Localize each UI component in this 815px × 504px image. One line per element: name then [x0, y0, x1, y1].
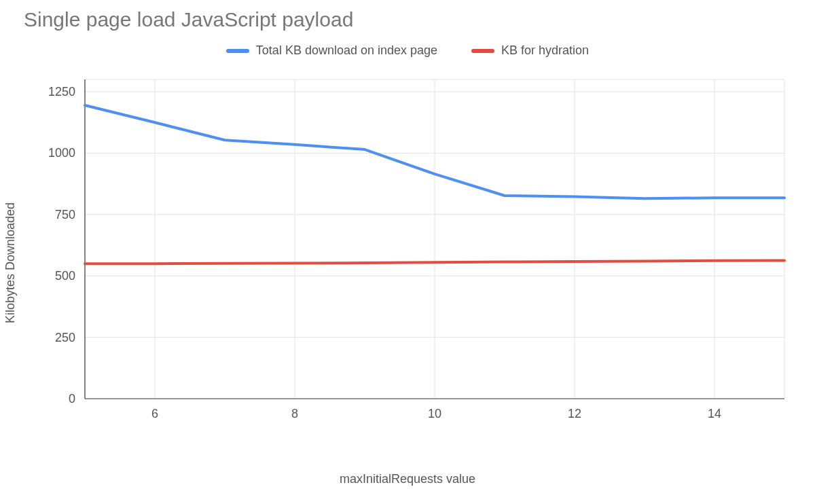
legend-swatch-1 [471, 49, 494, 53]
svg-text:1000: 1000 [48, 146, 75, 160]
legend-label: KB for hydration [501, 43, 589, 58]
y-axis-title: Kilobytes Downloaded [3, 202, 18, 323]
chart-svg: 02505007501000125068101214 [24, 73, 791, 426]
svg-text:12: 12 [568, 407, 581, 420]
svg-text:0: 0 [69, 392, 75, 406]
svg-text:14: 14 [708, 407, 721, 420]
svg-text:250: 250 [55, 331, 75, 344]
legend-label: Total KB download on index page [256, 43, 437, 58]
chart-title: Single page load JavaScript payload [24, 8, 791, 31]
legend: Total KB download on index page KB for h… [24, 43, 791, 58]
svg-text:8: 8 [291, 407, 298, 420]
svg-text:750: 750 [55, 208, 75, 221]
svg-text:500: 500 [55, 269, 75, 283]
legend-swatch-0 [226, 49, 249, 53]
svg-text:10: 10 [428, 407, 441, 420]
legend-item: KB for hydration [471, 43, 589, 58]
svg-text:1250: 1250 [48, 85, 75, 98]
chart: Single page load JavaScript payload Tota… [24, 8, 791, 486]
plot-area: Kilobytes Downloaded 0250500750100012506… [24, 73, 791, 453]
svg-text:6: 6 [151, 407, 158, 420]
x-axis-title: maxInitialRequests value [24, 472, 791, 486]
legend-item: Total KB download on index page [226, 43, 437, 58]
